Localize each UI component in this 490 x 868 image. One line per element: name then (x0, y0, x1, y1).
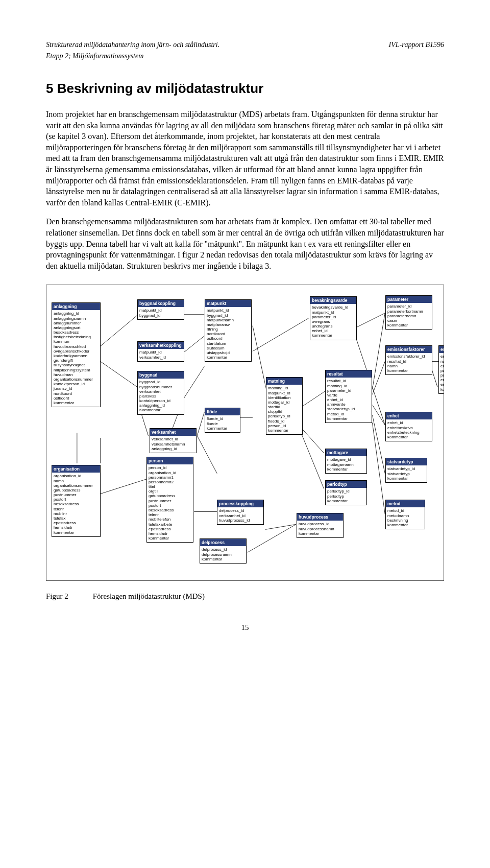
table-verksamhet: verksamhet verksamhet_idverksamhetsnamna… (150, 428, 197, 453)
svg-line-21 (372, 313, 385, 389)
er-diagram: anlaggning anlaggning_idanlaggningsnamna… (46, 285, 444, 581)
svg-line-22 (372, 362, 385, 395)
svg-line-23 (372, 405, 385, 426)
table-byggnad: byggnad byggnad_idbyggnadsnummerverksamh… (137, 371, 184, 414)
header-left-line1: Strukturerad miljödatahantering inom jär… (46, 41, 219, 49)
table-statvardetyp: statvardetyp statvardetyp_idstatvardetyp… (385, 458, 427, 483)
table-flode: flöde floede_idfloedekommentar (205, 408, 240, 433)
svg-line-26 (354, 313, 385, 329)
table-parameter: parameter parameter_idparameterkortnamnp… (385, 295, 432, 330)
table-matning: matning matning_idmatpunkt_ididentifikat… (266, 377, 303, 435)
svg-line-4 (101, 479, 149, 494)
svg-line-15 (253, 318, 309, 351)
header-right: IVL-rapport B1596 (389, 41, 445, 49)
paragraph-2: Den branschgemensamma miljödatastrukture… (46, 216, 444, 271)
svg-line-9 (197, 412, 204, 436)
svg-line-19 (265, 525, 296, 530)
table-byggnadkoppling: byggnadkoppling matpunkt_idbyggnad_id (137, 299, 184, 319)
table-verksamhetkoppling: verksamhetkoppling matpunkt_idverksamhet… (137, 341, 184, 361)
table-periodtyp: periodtyp periodtyp_idperiodtypkommentar (325, 480, 367, 505)
section-title: 5 Beskrivning av miljödatastruktur (46, 81, 444, 97)
figure-text: Föreslagen miljödatastruktur (MDS) (93, 592, 205, 601)
svg-line-8 (184, 367, 204, 398)
svg-line-17 (301, 428, 324, 453)
table-enhet: enhet enhet_idenhetbeskrivnenhetsbeteckn… (385, 412, 432, 441)
page-header: Strukturerad miljödatahantering inom jär… (46, 41, 444, 49)
svg-line-18 (301, 433, 324, 489)
table-metod: metod metod_idmetodnamnbeskrivningkommen… (385, 500, 425, 529)
table-resultat: resultat resultat_idmatning_idparameter_… (325, 370, 372, 423)
svg-line-20 (248, 525, 296, 553)
svg-line-6 (184, 336, 204, 353)
table-organisation: organisation organisation_idnamnorganisa… (52, 465, 101, 536)
table-person: person person_idorganisation_idpersonnam… (146, 457, 193, 543)
table-emissionsfaktorer: emissionsfaktorer emissionsfaktorer_idre… (385, 345, 432, 375)
header-left-line2: Etapp 2; Miljöinformationssystem (46, 52, 444, 60)
svg-line-10 (197, 436, 217, 474)
table-emissionsfaktor: emissionsfaktor emissionsfaktorer_idnamn… (438, 345, 444, 394)
table-processkoppling: processkoppling delprocess_idverksamhet_… (217, 500, 264, 525)
table-bevakningsvarde: bevakningsvarde bevakningsvarde_idmatpun… (310, 296, 357, 340)
table-huvudprocess: huvudprocess huvudprocess_idhuvudprocess… (297, 513, 344, 538)
figure-caption: Figur 2 Föreslagen miljödatastruktur (MD… (46, 592, 444, 601)
table-matpunkt: matpunkt matpunkt_idbyggnad_idmatpunktna… (205, 299, 252, 362)
svg-line-24 (372, 415, 385, 474)
svg-line-0 (101, 315, 138, 346)
svg-line-25 (372, 423, 385, 514)
table-delprocess: delprocess delprocess_iddelprocessnamnko… (200, 538, 247, 564)
page-number: 15 (46, 623, 444, 632)
table-anlaggning: anlaggning anlaggning_idanlaggningsnamna… (52, 302, 101, 407)
svg-line-1 (101, 362, 137, 387)
paragraph-1: Inom projektet har en branschgemensam mi… (46, 109, 444, 208)
table-mottagare: mottagare mottagare_idmottagarnamnkommen… (325, 449, 367, 474)
figure-label: Figur 2 (46, 592, 68, 601)
